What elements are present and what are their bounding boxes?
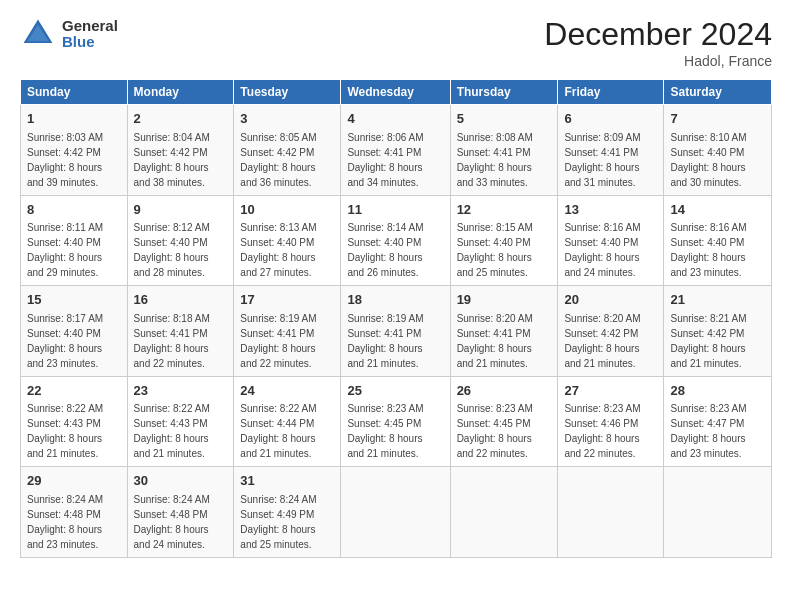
table-row: 4Sunrise: 8:06 AM Sunset: 4:41 PM Daylig…	[341, 105, 450, 196]
table-row: 1Sunrise: 8:03 AM Sunset: 4:42 PM Daylig…	[21, 105, 128, 196]
table-row: 9Sunrise: 8:12 AM Sunset: 4:40 PM Daylig…	[127, 195, 234, 286]
day-info: Sunrise: 8:12 AM Sunset: 4:40 PM Dayligh…	[134, 222, 210, 278]
day-number: 27	[564, 382, 657, 400]
table-row: 17Sunrise: 8:19 AM Sunset: 4:41 PM Dayli…	[234, 286, 341, 377]
table-row: 22Sunrise: 8:22 AM Sunset: 4:43 PM Dayli…	[21, 376, 128, 467]
day-number: 10	[240, 201, 334, 219]
col-thursday: Thursday	[450, 80, 558, 105]
day-info: Sunrise: 8:24 AM Sunset: 4:48 PM Dayligh…	[134, 494, 210, 550]
table-row	[558, 467, 664, 558]
day-info: Sunrise: 8:09 AM Sunset: 4:41 PM Dayligh…	[564, 132, 640, 188]
day-number: 12	[457, 201, 552, 219]
day-number: 23	[134, 382, 228, 400]
title-section: December 2024 Hadol, France	[544, 16, 772, 69]
table-row: 28Sunrise: 8:23 AM Sunset: 4:47 PM Dayli…	[664, 376, 772, 467]
calendar-row-2: 8Sunrise: 8:11 AM Sunset: 4:40 PM Daylig…	[21, 195, 772, 286]
day-number: 4	[347, 110, 443, 128]
col-friday: Friday	[558, 80, 664, 105]
table-row: 2Sunrise: 8:04 AM Sunset: 4:42 PM Daylig…	[127, 105, 234, 196]
table-row	[450, 467, 558, 558]
table-row: 21Sunrise: 8:21 AM Sunset: 4:42 PM Dayli…	[664, 286, 772, 377]
day-info: Sunrise: 8:03 AM Sunset: 4:42 PM Dayligh…	[27, 132, 103, 188]
day-info: Sunrise: 8:22 AM Sunset: 4:43 PM Dayligh…	[134, 403, 210, 459]
table-row: 26Sunrise: 8:23 AM Sunset: 4:45 PM Dayli…	[450, 376, 558, 467]
table-row: 14Sunrise: 8:16 AM Sunset: 4:40 PM Dayli…	[664, 195, 772, 286]
day-number: 14	[670, 201, 765, 219]
col-wednesday: Wednesday	[341, 80, 450, 105]
day-number: 22	[27, 382, 121, 400]
day-info: Sunrise: 8:20 AM Sunset: 4:41 PM Dayligh…	[457, 313, 533, 369]
day-number: 6	[564, 110, 657, 128]
table-row: 19Sunrise: 8:20 AM Sunset: 4:41 PM Dayli…	[450, 286, 558, 377]
day-number: 15	[27, 291, 121, 309]
day-info: Sunrise: 8:22 AM Sunset: 4:43 PM Dayligh…	[27, 403, 103, 459]
day-number: 5	[457, 110, 552, 128]
table-row: 31Sunrise: 8:24 AM Sunset: 4:49 PM Dayli…	[234, 467, 341, 558]
day-number: 29	[27, 472, 121, 490]
logo-general-text: General	[62, 18, 118, 35]
table-row: 25Sunrise: 8:23 AM Sunset: 4:45 PM Dayli…	[341, 376, 450, 467]
table-row: 27Sunrise: 8:23 AM Sunset: 4:46 PM Dayli…	[558, 376, 664, 467]
day-info: Sunrise: 8:21 AM Sunset: 4:42 PM Dayligh…	[670, 313, 746, 369]
calendar-row-3: 15Sunrise: 8:17 AM Sunset: 4:40 PM Dayli…	[21, 286, 772, 377]
table-row: 10Sunrise: 8:13 AM Sunset: 4:40 PM Dayli…	[234, 195, 341, 286]
day-number: 16	[134, 291, 228, 309]
day-info: Sunrise: 8:04 AM Sunset: 4:42 PM Dayligh…	[134, 132, 210, 188]
day-number: 30	[134, 472, 228, 490]
table-row: 30Sunrise: 8:24 AM Sunset: 4:48 PM Dayli…	[127, 467, 234, 558]
day-number: 24	[240, 382, 334, 400]
day-info: Sunrise: 8:15 AM Sunset: 4:40 PM Dayligh…	[457, 222, 533, 278]
header: General Blue December 2024 Hadol, France	[20, 16, 772, 69]
day-info: Sunrise: 8:24 AM Sunset: 4:49 PM Dayligh…	[240, 494, 316, 550]
month-title: December 2024	[544, 16, 772, 53]
table-row: 29Sunrise: 8:24 AM Sunset: 4:48 PM Dayli…	[21, 467, 128, 558]
col-tuesday: Tuesday	[234, 80, 341, 105]
col-saturday: Saturday	[664, 80, 772, 105]
day-number: 9	[134, 201, 228, 219]
logo-blue-text: Blue	[62, 34, 118, 51]
day-number: 31	[240, 472, 334, 490]
table-row: 12Sunrise: 8:15 AM Sunset: 4:40 PM Dayli…	[450, 195, 558, 286]
col-sunday: Sunday	[21, 80, 128, 105]
table-row: 6Sunrise: 8:09 AM Sunset: 4:41 PM Daylig…	[558, 105, 664, 196]
table-row: 7Sunrise: 8:10 AM Sunset: 4:40 PM Daylig…	[664, 105, 772, 196]
day-info: Sunrise: 8:11 AM Sunset: 4:40 PM Dayligh…	[27, 222, 103, 278]
day-info: Sunrise: 8:13 AM Sunset: 4:40 PM Dayligh…	[240, 222, 316, 278]
day-info: Sunrise: 8:06 AM Sunset: 4:41 PM Dayligh…	[347, 132, 423, 188]
day-info: Sunrise: 8:23 AM Sunset: 4:47 PM Dayligh…	[670, 403, 746, 459]
table-row	[341, 467, 450, 558]
table-row: 20Sunrise: 8:20 AM Sunset: 4:42 PM Dayli…	[558, 286, 664, 377]
day-number: 19	[457, 291, 552, 309]
day-number: 13	[564, 201, 657, 219]
day-number: 7	[670, 110, 765, 128]
day-info: Sunrise: 8:23 AM Sunset: 4:46 PM Dayligh…	[564, 403, 640, 459]
day-info: Sunrise: 8:19 AM Sunset: 4:41 PM Dayligh…	[347, 313, 423, 369]
table-row: 3Sunrise: 8:05 AM Sunset: 4:42 PM Daylig…	[234, 105, 341, 196]
day-info: Sunrise: 8:23 AM Sunset: 4:45 PM Dayligh…	[457, 403, 533, 459]
table-row: 13Sunrise: 8:16 AM Sunset: 4:40 PM Dayli…	[558, 195, 664, 286]
day-info: Sunrise: 8:19 AM Sunset: 4:41 PM Dayligh…	[240, 313, 316, 369]
day-info: Sunrise: 8:23 AM Sunset: 4:45 PM Dayligh…	[347, 403, 423, 459]
logo-text: General Blue	[62, 18, 118, 51]
calendar-row-5: 29Sunrise: 8:24 AM Sunset: 4:48 PM Dayli…	[21, 467, 772, 558]
day-info: Sunrise: 8:22 AM Sunset: 4:44 PM Dayligh…	[240, 403, 316, 459]
table-row: 24Sunrise: 8:22 AM Sunset: 4:44 PM Dayli…	[234, 376, 341, 467]
table-row: 18Sunrise: 8:19 AM Sunset: 4:41 PM Dayli…	[341, 286, 450, 377]
day-number: 17	[240, 291, 334, 309]
day-number: 1	[27, 110, 121, 128]
day-info: Sunrise: 8:08 AM Sunset: 4:41 PM Dayligh…	[457, 132, 533, 188]
day-number: 8	[27, 201, 121, 219]
logo-icon	[20, 16, 56, 52]
page: General Blue December 2024 Hadol, France…	[0, 0, 792, 612]
day-number: 18	[347, 291, 443, 309]
table-row: 15Sunrise: 8:17 AM Sunset: 4:40 PM Dayli…	[21, 286, 128, 377]
table-row: 8Sunrise: 8:11 AM Sunset: 4:40 PM Daylig…	[21, 195, 128, 286]
day-info: Sunrise: 8:05 AM Sunset: 4:42 PM Dayligh…	[240, 132, 316, 188]
calendar-row-1: 1Sunrise: 8:03 AM Sunset: 4:42 PM Daylig…	[21, 105, 772, 196]
day-number: 20	[564, 291, 657, 309]
calendar: Sunday Monday Tuesday Wednesday Thursday…	[20, 79, 772, 558]
col-monday: Monday	[127, 80, 234, 105]
location: Hadol, France	[544, 53, 772, 69]
table-row	[664, 467, 772, 558]
calendar-header-row: Sunday Monday Tuesday Wednesday Thursday…	[21, 80, 772, 105]
